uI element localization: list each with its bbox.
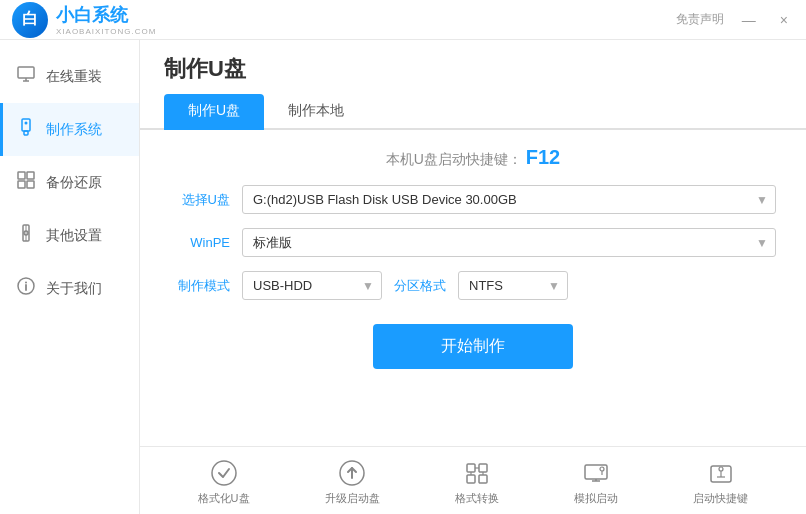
select-usb-wrapper: G:(hd2)USB Flash Disk USB Device 30.00GB… <box>242 185 776 214</box>
disclaimer-link[interactable]: 免责声明 <box>676 11 724 28</box>
sidebar-item-about-us[interactable]: 关于我们 <box>0 262 139 315</box>
sidebar-label-about-us: 关于我们 <box>46 280 102 298</box>
shortcut-key: F12 <box>526 146 560 168</box>
sidebar-label-other-settings: 其他设置 <box>46 227 102 245</box>
tabs-bar: 制作U盘 制作本地 <box>140 94 806 130</box>
make-mode-label: 制作模式 <box>170 277 230 295</box>
sidebar-item-backup-restore[interactable]: 备份还原 <box>0 156 139 209</box>
page-title: 制作U盘 <box>140 40 806 84</box>
tab-make-usb[interactable]: 制作U盘 <box>164 94 264 130</box>
select-usb-dropdown[interactable]: G:(hd2)USB Flash Disk USB Device 30.00GB <box>242 185 776 214</box>
monitor-icon <box>16 64 36 89</box>
shortcut-hint: 本机U盘启动快捷键： F12 <box>170 146 776 169</box>
content-area: 制作U盘 制作U盘 制作本地 本机U盘启动快捷键： F12 选择U盘 G:(hd… <box>140 40 806 514</box>
make-mode-dropdown[interactable]: USB-HDD <box>242 271 382 300</box>
svg-rect-0 <box>18 67 34 78</box>
partition-format-dropdown[interactable]: NTFS <box>458 271 568 300</box>
boot-shortcut-icon <box>707 459 735 487</box>
svg-rect-19 <box>467 464 475 472</box>
settings-icon <box>16 223 36 248</box>
svg-point-5 <box>25 122 28 125</box>
svg-rect-8 <box>18 181 25 188</box>
winpe-wrapper: 标准版 ▼ <box>242 228 776 257</box>
minimize-button[interactable]: — <box>736 10 762 30</box>
bottom-icons-bar: 格式化U盘 升级启动盘 <box>140 446 806 514</box>
sidebar-item-make-system[interactable]: 制作系统 <box>0 103 139 156</box>
simulate-boot-label: 模拟启动 <box>574 491 618 506</box>
title-bar-left: 白 小白系统 XIAOBAIXITONG.COM <box>12 2 156 38</box>
usb-icon <box>16 117 36 142</box>
format-convert-button[interactable]: 格式转换 <box>455 459 499 506</box>
simulate-boot-button[interactable]: 模拟启动 <box>574 459 618 506</box>
start-make-button[interactable]: 开始制作 <box>373 324 573 369</box>
svg-point-32 <box>719 467 723 471</box>
svg-rect-9 <box>27 181 34 188</box>
svg-rect-21 <box>467 475 475 483</box>
boot-shortcut-button[interactable]: 启动快捷键 <box>693 459 748 506</box>
format-convert-icon <box>463 459 491 487</box>
partition-format-label: 分区格式 <box>394 277 446 295</box>
svg-rect-22 <box>479 475 487 483</box>
winpe-dropdown[interactable]: 标准版 <box>242 228 776 257</box>
format-usb-label: 格式化U盘 <box>198 491 250 506</box>
form-row-select-usb: 选择U盘 G:(hd2)USB Flash Disk USB Device 30… <box>170 185 776 214</box>
partition-format-wrapper: NTFS ▼ <box>458 271 568 300</box>
logo-icon: 白 <box>12 2 48 38</box>
backup-icon <box>16 170 36 195</box>
simulate-boot-icon <box>582 459 610 487</box>
format-usb-icon <box>210 459 238 487</box>
shortcut-prefix: 本机U盘启动快捷键： <box>386 151 522 167</box>
title-bar-right: 免责声明 — × <box>676 10 794 30</box>
sidebar-item-other-settings[interactable]: 其他设置 <box>0 209 139 262</box>
upgrade-boot-icon <box>338 459 366 487</box>
tab-content: 本机U盘启动快捷键： F12 选择U盘 G:(hd2)USB Flash Dis… <box>140 130 806 446</box>
logo-text: 小白系统 XIAOBAIXITONG.COM <box>56 3 156 36</box>
svg-rect-20 <box>479 464 487 472</box>
main-layout: 在线重装 制作系统 备份还原 <box>0 40 806 514</box>
svg-rect-3 <box>22 119 30 131</box>
select-usb-label: 选择U盘 <box>170 191 230 209</box>
upgrade-boot-button[interactable]: 升级启动盘 <box>325 459 380 506</box>
logo-subtitle: XIAOBAIXITONG.COM <box>56 27 156 36</box>
boot-shortcut-label: 启动快捷键 <box>693 491 748 506</box>
form-row-winpe: WinPE 标准版 ▼ <box>170 228 776 257</box>
logo-title: 小白系统 <box>56 3 156 27</box>
form-row-mode-format: 制作模式 USB-HDD ▼ 分区格式 NTFS ▼ <box>170 271 776 300</box>
svg-rect-4 <box>24 131 28 135</box>
svg-rect-7 <box>27 172 34 179</box>
format-convert-label: 格式转换 <box>455 491 499 506</box>
sidebar-label-backup-restore: 备份还原 <box>46 174 102 192</box>
sidebar-label-online-reinstall: 在线重装 <box>46 68 102 86</box>
svg-point-29 <box>600 467 604 471</box>
close-button[interactable]: × <box>774 10 794 30</box>
svg-point-15 <box>25 282 27 284</box>
svg-rect-6 <box>18 172 25 179</box>
winpe-label: WinPE <box>170 235 230 250</box>
title-bar: 白 小白系统 XIAOBAIXITONG.COM 免责声明 — × <box>0 0 806 40</box>
upgrade-boot-label: 升级启动盘 <box>325 491 380 506</box>
svg-point-16 <box>212 461 236 485</box>
make-mode-wrapper: USB-HDD ▼ <box>242 271 382 300</box>
info-icon <box>16 276 36 301</box>
format-usb-button[interactable]: 格式化U盘 <box>198 459 250 506</box>
tab-make-local[interactable]: 制作本地 <box>264 94 368 130</box>
sidebar: 在线重装 制作系统 备份还原 <box>0 40 140 514</box>
sidebar-label-make-system: 制作系统 <box>46 121 102 139</box>
sidebar-item-online-reinstall[interactable]: 在线重装 <box>0 50 139 103</box>
